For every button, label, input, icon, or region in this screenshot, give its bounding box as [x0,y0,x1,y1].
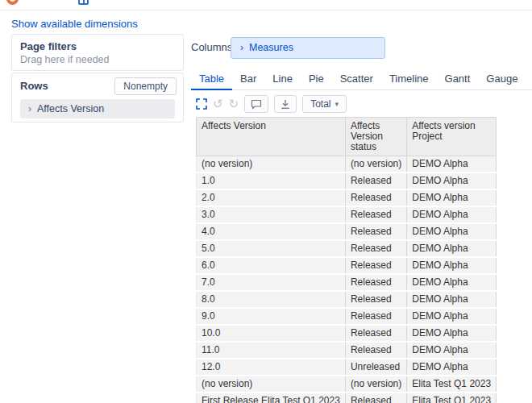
data-cell: Unreleased [345,359,406,376]
row-header-cell[interactable]: 10.0 [197,325,346,342]
table-toolbar: ↺ ↻ Total ▾ [196,95,347,113]
data-cell: Released [345,189,406,206]
comment-bubble-icon [251,99,262,110]
tab-gauge[interactable]: Gauge [478,73,526,90]
data-cell: Elita Test Q1 2023 [407,393,497,403]
data-cell: DEMO Alpha [407,308,497,325]
table-row: 5.0ReleasedDEMO Alpha [197,240,497,257]
download-icon [281,99,290,110]
fullscreen-icon[interactable] [196,98,207,110]
chart-type-tabs: TableBarLinePieScatterTimelineGanttGauge… [191,73,532,90]
header-row: Affects VersionAffects Version statusAff… [197,118,497,156]
redo-icon[interactable]: ↻ [229,98,239,110]
show-available-dimensions-link[interactable]: Show available dimensions [11,18,138,30]
table-row: First Release Elita Test Q1 2023Released… [197,393,497,403]
row-header-cell[interactable]: 5.0 [197,240,346,257]
table-row: 11.0ReleasedDEMO Alpha [197,342,497,359]
pivot-table-body: (no version)(no version)DEMO Alpha1.0Rel… [197,156,497,403]
row-header-cell[interactable]: 7.0 [197,274,346,291]
tab-gantt[interactable]: Gantt [437,73,479,90]
row-header-cell[interactable]: 6.0 [197,257,346,274]
data-cell: Released [345,206,406,223]
tab-table[interactable]: Table [191,73,232,90]
pivot-table: Affects VersionAffects Version statusAff… [196,117,497,403]
column-header[interactable]: Affects version Project [407,118,497,156]
row-header-cell[interactable]: First Release Elita Test Q1 2023 [197,393,346,403]
data-cell: Released [345,240,406,257]
tab-bar[interactable]: Bar [232,73,264,90]
page-filters-dropzone[interactable]: Page filters Drag here if needed [11,34,184,71]
table-row: 6.0ReleasedDEMO Alpha [197,257,497,274]
table-row: (no version)(no version)Elita Test Q1 20… [197,376,497,393]
data-cell: DEMO Alpha [407,223,497,240]
tab-scatter[interactable]: Scatter [332,73,381,90]
data-cell: Released [345,172,406,189]
table-row: (no version)(no version)DEMO Alpha [197,156,497,173]
table-row: 9.0ReleasedDEMO Alpha [197,308,497,325]
tab-line[interactable]: Line [264,73,301,90]
report-table-icon[interactable] [78,0,89,5]
data-cell: DEMO Alpha [407,325,497,342]
chevron-down-icon: ▾ [335,100,339,108]
table-row: 8.0ReleasedDEMO Alpha [197,291,497,308]
chevron-right-icon: › [28,103,31,114]
rows-member-affects-version[interactable]: ›Affects Version [20,99,175,118]
data-cell: DEMO Alpha [407,206,497,223]
table-row: 4.0ReleasedDEMO Alpha [197,223,497,240]
row-header-cell[interactable]: 11.0 [197,342,346,359]
column-header[interactable]: Affects Version status [345,118,406,156]
data-cell: (no version) [345,376,406,393]
data-cell: DEMO Alpha [407,342,497,359]
data-cell: Released [345,291,406,308]
row-header-cell[interactable]: 12.0 [197,359,346,376]
row-header-cell[interactable]: 8.0 [197,291,346,308]
column-header[interactable]: Affects Version [197,118,346,156]
data-cell: Elita Test Q1 2023 [407,376,497,393]
tab-more[interactable]: More▾ [526,73,532,90]
comment-button[interactable] [244,95,268,113]
data-cell: DEMO Alpha [407,240,497,257]
row-header-cell[interactable]: 9.0 [197,308,346,325]
export-button[interactable] [274,95,297,113]
page-filters-hint: Drag here if needed [20,54,175,65]
row-header-cell[interactable]: 3.0 [197,206,346,223]
chevron-right-icon: › [240,42,243,53]
data-cell: Released [345,308,406,325]
rows-member-label: Affects Version [37,103,104,114]
row-header-cell[interactable]: (no version) [197,156,346,173]
total-dropdown-label: Total [310,98,330,110]
pivot-table-header: Affects VersionAffects Version statusAff… [197,118,497,156]
rows-panel: Rows Nonempty ›Affects Version [11,73,184,123]
data-cell: DEMO Alpha [407,156,497,173]
data-cell: Released [345,257,406,274]
table-row: 3.0ReleasedDEMO Alpha [197,206,497,223]
table-row: 2.0ReleasedDEMO Alpha [197,189,497,206]
tab-pie[interactable]: Pie [301,73,332,90]
columns-member-label: Measures [249,42,293,53]
undo-icon[interactable]: ↺ [213,98,223,110]
total-dropdown[interactable]: Total ▾ [302,95,347,113]
data-cell: DEMO Alpha [407,189,497,206]
row-header-cell[interactable]: 1.0 [197,172,346,189]
table-row: 10.0ReleasedDEMO Alpha [197,325,497,342]
page-filters-title: Page filters [20,40,175,52]
columns-member-measures[interactable]: ›Measures [231,37,385,59]
table-row: 1.0ReleasedDEMO Alpha [197,172,497,189]
table-row: 12.0UnreleasedDEMO Alpha [197,359,497,376]
row-header-cell[interactable]: 2.0 [197,189,346,206]
top-toolbar [0,0,532,10]
report-builder: Show available dimensions Page filters D… [0,0,532,403]
data-cell: Released [345,342,406,359]
data-cell: Released [345,393,406,403]
data-cell: Released [345,274,406,291]
nonempty-button[interactable]: Nonempty [114,77,177,95]
row-header-cell[interactable]: (no version) [197,376,346,393]
data-cell: DEMO Alpha [407,274,497,291]
data-cell: DEMO Alpha [407,359,497,376]
data-cell: (no version) [345,156,406,173]
tab-timeline[interactable]: Timeline [381,73,437,90]
app-logo-icon[interactable] [6,0,19,5]
data-cell: Released [345,223,406,240]
row-header-cell[interactable]: 4.0 [197,223,346,240]
data-cell: DEMO Alpha [407,172,497,189]
